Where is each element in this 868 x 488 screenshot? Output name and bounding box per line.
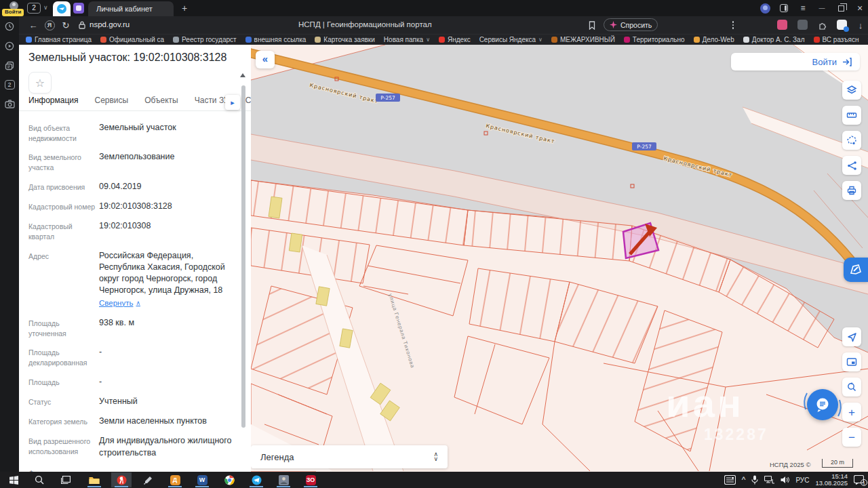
bookmark-item[interactable]: ВС разъясн bbox=[814, 36, 859, 43]
video-play-icon[interactable] bbox=[4, 41, 15, 52]
taskbar-clock[interactable]: 15:14 13.08.2025 bbox=[815, 473, 848, 487]
legend-bar[interactable]: Легенда ∧∨ bbox=[251, 445, 448, 468]
search-area-button[interactable] bbox=[842, 378, 861, 396]
language-indicator[interactable]: РУС bbox=[795, 476, 809, 484]
extension-icon-docs[interactable] bbox=[837, 20, 847, 30]
start-button[interactable] bbox=[3, 472, 24, 487]
tray-expand-icon[interactable]: ^ bbox=[742, 475, 746, 485]
bookmark-item[interactable]: Яндекс bbox=[439, 36, 471, 43]
side-panels-icon[interactable] bbox=[778, 3, 789, 14]
browser-profile-button[interactable]: Войти bbox=[1, 1, 27, 16]
microphone-icon[interactable] bbox=[751, 475, 758, 485]
pinned-tab-portal[interactable] bbox=[73, 3, 84, 14]
field-row: Площадь декларированная- bbox=[28, 342, 239, 371]
running-indicator bbox=[195, 486, 209, 487]
photo-app-button[interactable] bbox=[273, 472, 294, 487]
bookmark-folder[interactable]: Сервисы Яндекса∨ bbox=[479, 36, 542, 43]
map-view[interactable]: Красноярский тракт Красноярский тракт Кр… bbox=[251, 45, 868, 472]
bookmark-item[interactable]: Территориально bbox=[624, 36, 685, 43]
tab-list-chevron-icon[interactable]: ∨ bbox=[43, 4, 48, 11]
back-button[interactable]: ← bbox=[27, 19, 39, 31]
network-icon[interactable] bbox=[764, 476, 774, 484]
map-login-button[interactable]: Войти bbox=[731, 53, 860, 70]
panel-scrollbar-up-arrow[interactable] bbox=[240, 73, 245, 77]
puzzle-extensions-icon[interactable] bbox=[816, 19, 829, 31]
my-location-button[interactable] bbox=[842, 327, 861, 346]
collapse-address-link[interactable]: Свернуть∧ bbox=[99, 298, 140, 309]
share-button[interactable] bbox=[842, 156, 861, 175]
extension-icon-1[interactable] bbox=[777, 20, 787, 30]
new-tab-button[interactable]: + bbox=[178, 1, 191, 15]
news-widget-icon[interactable] bbox=[724, 475, 736, 485]
yandex-home-icon[interactable]: Я bbox=[43, 19, 56, 31]
refresh-button[interactable]: ↻ bbox=[60, 19, 72, 31]
draw-on-map-button[interactable] bbox=[844, 258, 868, 282]
volume-icon[interactable] bbox=[781, 476, 789, 484]
draw-map-icon bbox=[849, 263, 863, 277]
bookmark-folder[interactable]: Новая папка∨ bbox=[384, 36, 430, 43]
map-canvas[interactable]: Красноярский тракт Красноярский тракт Кр… bbox=[251, 45, 868, 472]
select-area-button[interactable] bbox=[842, 131, 861, 150]
bookmark-item[interactable]: МЕЖАРХИВНЫЙ bbox=[551, 36, 615, 43]
yandex-browser-button[interactable] bbox=[111, 472, 132, 487]
bookmark-item[interactable]: внешняя ссылка bbox=[245, 36, 307, 43]
zoom-in-button[interactable]: + bbox=[842, 403, 861, 422]
delo-app-button[interactable]: Д bbox=[165, 472, 185, 487]
bookmark-item[interactable]: Доктор А. С. Зал bbox=[743, 36, 805, 43]
tab-objects[interactable]: Объекты bbox=[144, 92, 178, 110]
tab-group-counter[interactable]: 2 bbox=[27, 3, 41, 14]
tabs-overflow-button[interactable]: ▸ bbox=[225, 95, 240, 110]
sparkle-icon bbox=[610, 21, 617, 28]
panel-scrollbar[interactable] bbox=[241, 85, 245, 428]
lock-icon bbox=[76, 19, 88, 31]
tab-information[interactable]: Информация bbox=[28, 92, 78, 110]
extension-icon-2[interactable] bbox=[797, 20, 808, 30]
window-close-button[interactable]: × bbox=[854, 3, 865, 14]
bookmark-flag-icon[interactable] bbox=[586, 19, 598, 31]
screenshot-camera-icon[interactable] bbox=[4, 98, 15, 109]
legend-expand-icon[interactable]: ∧∨ bbox=[433, 452, 438, 462]
chevron-up-icon: ∧ bbox=[136, 299, 140, 307]
tab-parcel-parts[interactable]: Части ЗУ bbox=[195, 92, 229, 110]
taskbar-search-button[interactable] bbox=[29, 472, 50, 487]
tab-services[interactable]: Сервисы bbox=[94, 92, 128, 110]
minimap-button[interactable] bbox=[842, 352, 861, 371]
measure-button[interactable] bbox=[842, 106, 861, 125]
url-text[interactable]: nspd.gov.ru bbox=[90, 20, 130, 28]
downloads-icon[interactable]: ↓ bbox=[854, 19, 867, 31]
favorite-star-button[interactable]: ☆ bbox=[28, 72, 52, 94]
browser-user-avatar-icon[interactable] bbox=[760, 3, 770, 14]
layers-button[interactable] bbox=[842, 81, 861, 100]
bookmark-favicon bbox=[245, 37, 252, 43]
support-chat-button[interactable] bbox=[807, 389, 838, 420]
print-button[interactable] bbox=[842, 181, 861, 200]
chrome-button[interactable] bbox=[219, 472, 239, 487]
panel-collapse-button[interactable]: « bbox=[256, 51, 275, 68]
road-code-badge-1: Р-257 bbox=[376, 94, 400, 102]
telegram-button[interactable] bbox=[246, 472, 267, 487]
red-app-button[interactable]: ЗО bbox=[300, 472, 321, 487]
profile-login-badge[interactable]: Войти bbox=[2, 9, 24, 16]
paint-app-button[interactable] bbox=[138, 472, 158, 487]
pinned-tab-messenger[interactable] bbox=[53, 1, 71, 16]
active-browser-tab[interactable]: Личный кабинет bbox=[88, 1, 174, 16]
bookmark-item[interactable]: Карточка заявки bbox=[315, 36, 375, 43]
bookmark-item[interactable]: Реестр государст bbox=[173, 36, 236, 43]
browser-menu-icon[interactable]: ≡ bbox=[797, 3, 808, 14]
sidebar-tab-counter[interactable]: 2 bbox=[5, 80, 15, 89]
history-icon[interactable] bbox=[4, 21, 15, 32]
notification-center-icon[interactable]: 1 bbox=[854, 475, 864, 485]
window-restore-button[interactable] bbox=[835, 3, 846, 14]
bookmark-item[interactable]: Главная страница bbox=[26, 36, 92, 43]
notes-icon[interactable] bbox=[4, 60, 15, 71]
ask-ai-button[interactable]: Спросить bbox=[604, 18, 658, 31]
task-view-button[interactable] bbox=[56, 472, 76, 487]
zoom-out-button[interactable]: − bbox=[842, 428, 861, 447]
address-more-icon[interactable] bbox=[727, 19, 739, 31]
word-button[interactable]: W bbox=[192, 472, 212, 487]
bookmark-item[interactable]: Официальный са bbox=[100, 36, 164, 43]
file-explorer-button[interactable] bbox=[84, 472, 104, 487]
tab-composition[interactable]: Состав bbox=[245, 92, 251, 110]
window-minimize-button[interactable]: — bbox=[816, 3, 827, 14]
bookmark-item[interactable]: Дело-Web bbox=[694, 36, 734, 43]
